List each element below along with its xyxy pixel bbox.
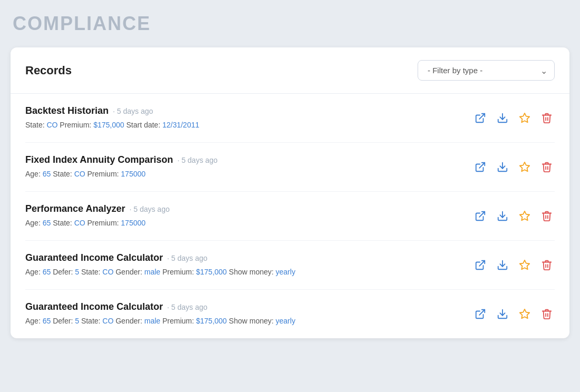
favorite-button[interactable] bbox=[517, 110, 533, 126]
record-list: Backtest Historian · 5 days ago State: C… bbox=[11, 94, 569, 338]
svg-line-3 bbox=[479, 163, 485, 168]
page-title: COMPLIANCE bbox=[11, 13, 569, 35]
download-button[interactable] bbox=[495, 306, 510, 322]
delete-button[interactable] bbox=[539, 257, 555, 273]
record-info: Performance Analyzer · 5 days ago Age: 6… bbox=[25, 203, 460, 229]
svg-marker-8 bbox=[520, 211, 529, 220]
record-title: Fixed Index Annuity Comparison bbox=[25, 154, 173, 165]
record-info: Guaranteed Income Calculator · 5 days ag… bbox=[25, 301, 460, 327]
record-title-row: Fixed Index Annuity Comparison · 5 days … bbox=[25, 154, 460, 165]
svg-line-12 bbox=[479, 310, 485, 315]
svg-line-0 bbox=[479, 114, 485, 119]
svg-line-9 bbox=[479, 261, 485, 266]
delete-button[interactable] bbox=[539, 110, 555, 126]
open-button[interactable] bbox=[472, 159, 488, 175]
record-actions bbox=[472, 110, 555, 126]
open-button[interactable] bbox=[472, 306, 488, 322]
record-item: Guaranteed Income Calculator · 5 days ag… bbox=[25, 241, 555, 290]
record-meta: State: CO Premium: $175,000 Start date: … bbox=[25, 120, 460, 131]
delete-button[interactable] bbox=[539, 159, 555, 175]
open-button[interactable] bbox=[472, 208, 488, 224]
record-item: Fixed Index Annuity Comparison · 5 days … bbox=[25, 143, 555, 192]
record-item: Backtest Historian · 5 days ago State: C… bbox=[25, 94, 555, 143]
filter-select[interactable]: - Filter by type - bbox=[418, 60, 555, 81]
svg-marker-5 bbox=[520, 162, 529, 171]
record-title: Guaranteed Income Calculator bbox=[25, 252, 163, 263]
record-info: Fixed Index Annuity Comparison · 5 days … bbox=[25, 154, 460, 180]
favorite-button[interactable] bbox=[517, 306, 533, 322]
record-timestamp: · 5 days ago bbox=[177, 156, 217, 164]
download-button[interactable] bbox=[495, 257, 510, 273]
record-title: Guaranteed Income Calculator bbox=[25, 301, 163, 312]
favorite-button[interactable] bbox=[517, 208, 533, 224]
filter-wrapper: - Filter by type - ⌄ bbox=[418, 60, 555, 81]
record-meta: Age: 65 Defer: 5 State: CO Gender: male … bbox=[25, 316, 460, 327]
record-title: Backtest Historian bbox=[25, 105, 109, 116]
card-header: Records - Filter by type - ⌄ bbox=[11, 47, 569, 94]
records-heading: Records bbox=[25, 64, 72, 77]
record-item: Guaranteed Income Calculator · 5 days ag… bbox=[25, 290, 555, 338]
record-title-row: Performance Analyzer · 5 days ago bbox=[25, 203, 460, 214]
download-button[interactable] bbox=[495, 208, 510, 224]
record-timestamp: · 5 days ago bbox=[167, 303, 207, 311]
svg-line-6 bbox=[479, 212, 485, 217]
record-title-row: Guaranteed Income Calculator · 5 days ag… bbox=[25, 252, 460, 263]
delete-button[interactable] bbox=[539, 208, 555, 224]
svg-marker-2 bbox=[520, 113, 529, 122]
open-button[interactable] bbox=[472, 110, 488, 126]
download-button[interactable] bbox=[495, 159, 510, 175]
record-actions bbox=[472, 208, 555, 224]
record-timestamp: · 5 days ago bbox=[129, 205, 169, 213]
record-title-row: Backtest Historian · 5 days ago bbox=[25, 105, 460, 116]
record-item: Performance Analyzer · 5 days ago Age: 6… bbox=[25, 192, 555, 241]
record-info: Guaranteed Income Calculator · 5 days ag… bbox=[25, 252, 460, 278]
favorite-button[interactable] bbox=[517, 257, 533, 273]
favorite-button[interactable] bbox=[517, 159, 533, 175]
record-meta: Age: 65 Defer: 5 State: CO Gender: male … bbox=[25, 267, 460, 278]
record-title-row: Guaranteed Income Calculator · 5 days ag… bbox=[25, 301, 460, 312]
record-actions bbox=[472, 257, 555, 273]
record-actions bbox=[472, 159, 555, 175]
record-meta: Age: 65 State: CO Premium: 175000 bbox=[25, 169, 460, 180]
record-actions bbox=[472, 306, 555, 322]
record-info: Backtest Historian · 5 days ago State: C… bbox=[25, 105, 460, 131]
records-card: Records - Filter by type - ⌄ Backtest Hi… bbox=[11, 47, 569, 338]
record-timestamp: · 5 days ago bbox=[167, 254, 207, 262]
record-title: Performance Analyzer bbox=[25, 203, 125, 214]
open-button[interactable] bbox=[472, 257, 488, 273]
delete-button[interactable] bbox=[539, 306, 555, 322]
record-timestamp: · 5 days ago bbox=[113, 107, 153, 115]
svg-marker-14 bbox=[520, 309, 529, 318]
record-meta: Age: 65 State: CO Premium: 175000 bbox=[25, 218, 460, 229]
svg-marker-11 bbox=[520, 260, 529, 269]
download-button[interactable] bbox=[495, 110, 510, 126]
